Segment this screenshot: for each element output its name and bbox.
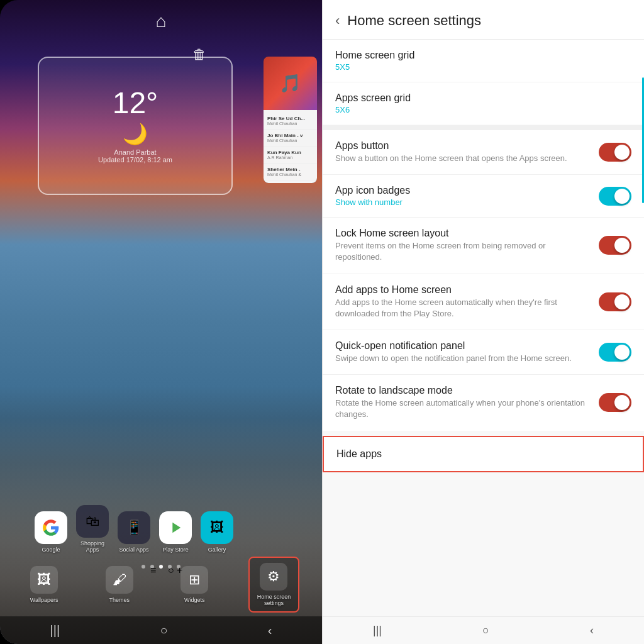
shortcut-label-themes: Themes <box>109 597 130 603</box>
toggle-settings-group: Apps button Show a button on the Home sc… <box>323 130 644 431</box>
quick-open-notification-desc: Swipe down to open the notification pane… <box>335 353 589 364</box>
quick-open-notification-title: Quick-open notification panel <box>335 340 589 352</box>
wallpapers-icon: 🖼 <box>30 566 58 594</box>
rotate-landscape-desc: Rotate the Home screen automatically whe… <box>335 397 589 420</box>
system-nav-right: ||| ○ ‹ <box>323 616 644 644</box>
app-icon-badges-title: App icon badges <box>335 185 589 196</box>
home-screen-grid-title: Home screen grid <box>335 50 621 61</box>
weather-widget: 🗑 12° 🌙 Anand Parbat Updated 17/02, 8:12… <box>38 57 233 195</box>
app-item-social[interactable]: 📱 Social Apps <box>118 511 150 553</box>
apps-screen-grid-text: Apps screen grid 5X6 <box>335 92 621 114</box>
system-nav-left: ||| ○ ‹ <box>0 616 322 644</box>
nav-home-btn[interactable]: ○ <box>160 623 167 638</box>
gallery-icon: 🖼 <box>201 511 233 544</box>
music-item: Jo Bhi Main - v Mohit Chauhan <box>264 130 317 147</box>
app-label-playstore: Play Store <box>162 547 189 553</box>
bottom-shortcuts: 🖼 Wallpapers 🖌 Themes ⊞ Widgets ⚙ Home s… <box>0 557 322 613</box>
app-label-social: Social Apps <box>119 547 148 553</box>
temperature: 12° <box>113 88 158 118</box>
shopping-icon: 🛍 <box>76 505 109 538</box>
home-screen-grid-value: 5X5 <box>335 62 621 72</box>
social-icon: 📱 <box>118 511 150 544</box>
apps-screen-grid-title: Apps screen grid <box>335 92 621 104</box>
moon-icon: 🌙 <box>123 122 148 146</box>
home-icon: ⌂ <box>156 11 167 31</box>
lock-home-screen-text: Lock Home screen layout Prevent items on… <box>335 228 589 263</box>
weather-location: Anand Parbat Updated 17/02, 8:12 am <box>98 148 172 164</box>
rotate-landscape-text: Rotate to landscape mode Rotate the Home… <box>335 385 589 420</box>
music-thumbnail: 🎵 <box>264 57 317 110</box>
app-label-google: Google <box>42 547 60 553</box>
grid-settings-group: Home screen grid 5X5 Apps screen grid 5X… <box>323 40 644 125</box>
google-icon <box>35 511 67 544</box>
lock-home-screen-item: Lock Home screen layout Prevent items on… <box>323 218 644 274</box>
nav-menu-btn[interactable]: ||| <box>50 623 60 638</box>
settings-header: ‹ Home screen settings <box>323 0 644 40</box>
app-item-google[interactable]: Google <box>35 511 67 553</box>
apps-screen-grid-value: 5X6 <box>335 105 621 114</box>
shortcut-label-widgets: Widgets <box>184 597 205 603</box>
app-icon-badges-value: Show with number <box>335 197 589 207</box>
hide-apps-title: Hide apps <box>336 448 630 460</box>
home-screen-grid-item[interactable]: Home screen grid 5X5 <box>323 40 644 82</box>
apps-button-toggle[interactable] <box>599 143 631 162</box>
right-nav-back[interactable]: ‹ <box>590 624 594 637</box>
music-item: Sheher Mein - Mohit Chauhan & <box>264 164 317 180</box>
apps-screen-grid-item[interactable]: Apps screen grid 5X6 <box>323 82 644 125</box>
app-label-shopping: ShoppingApps <box>80 540 104 553</box>
app-item-gallery[interactable]: 🖼 Gallery <box>201 511 233 553</box>
shortcut-themes[interactable]: 🖌 Themes <box>98 561 141 608</box>
add-apps-item: Add apps to Home screen Add apps to the … <box>323 274 644 330</box>
widgets-icon: ⊞ <box>180 566 208 594</box>
apps-button-title: Apps button <box>335 140 589 152</box>
rotate-landscape-title: Rotate to landscape mode <box>335 385 589 396</box>
home-screen-grid-text: Home screen grid 5X5 <box>335 50 621 72</box>
quick-open-notification-toggle[interactable] <box>599 343 631 362</box>
app-dock: Google 🛍 ShoppingApps 📱 Social Apps Play… <box>35 505 316 553</box>
app-label-gallery: Gallery <box>208 547 226 553</box>
settings-title: Home screen settings <box>347 13 481 29</box>
section-divider <box>323 125 644 130</box>
music-item: Kun Faya Kun A.R Rahman <box>264 147 317 164</box>
nav-back-btn[interactable]: ‹ <box>268 623 272 638</box>
shortcut-label-wallpapers: Wallpapers <box>30 597 58 603</box>
music-item: Phir Se Ud Ch... Mohit Chauhan <box>264 113 317 130</box>
shortcut-widgets[interactable]: ⊞ Widgets <box>173 561 216 608</box>
shortcut-label-home-settings: Home screensettings <box>257 594 291 606</box>
music-list: Phir Se Ud Ch... Mohit Chauhan Jo Bhi Ma… <box>264 110 317 183</box>
right-nav-home[interactable]: ○ <box>482 624 489 637</box>
apps-button-desc: Show a button on the Home screen that op… <box>335 153 589 164</box>
app-icon-badges-text: App icon badges Show with number <box>335 185 589 207</box>
app-item-playstore[interactable]: Play Store <box>159 511 192 553</box>
add-apps-toggle[interactable] <box>599 292 631 311</box>
hide-apps-item[interactable]: Hide apps <box>323 436 644 472</box>
add-apps-desc: Add apps to the Home screen automaticall… <box>335 297 589 319</box>
rotate-landscape-toggle[interactable] <box>599 393 631 412</box>
playstore-icon <box>159 511 192 544</box>
lock-home-screen-toggle[interactable] <box>599 236 631 255</box>
home-settings-icon: ⚙ <box>260 563 287 591</box>
settings-list: Home screen grid 5X5 Apps screen grid 5X… <box>323 40 644 616</box>
add-apps-text: Add apps to Home screen Add apps to the … <box>335 284 589 319</box>
lock-home-screen-title: Lock Home screen layout <box>335 228 589 239</box>
trash-icon: 🗑 <box>192 47 206 63</box>
app-icon-badges-item: App icon badges Show with number <box>323 175 644 218</box>
quick-open-notification-item: Quick-open notification panel Swipe down… <box>323 330 644 375</box>
shortcut-wallpapers[interactable]: 🖼 Wallpapers <box>23 561 66 608</box>
shortcut-home-settings[interactable]: ⚙ Home screensettings <box>248 557 300 613</box>
lock-home-screen-desc: Prevent items on the Home screen from be… <box>335 240 589 263</box>
apps-button-text: Apps button Show a button on the Home sc… <box>335 140 589 164</box>
right-nav-menu[interactable]: ||| <box>373 624 382 637</box>
settings-panel: ‹ Home screen settings Home screen grid … <box>322 0 644 644</box>
themes-icon: 🖌 <box>106 566 133 594</box>
app-icon-badges-toggle[interactable] <box>599 187 631 206</box>
add-apps-title: Add apps to Home screen <box>335 284 589 296</box>
apps-button-item: Apps button Show a button on the Home sc… <box>323 130 644 175</box>
app-item-shopping[interactable]: 🛍 ShoppingApps <box>76 505 109 553</box>
quick-open-notification-text: Quick-open notification panel Swipe down… <box>335 340 589 364</box>
back-button[interactable]: ‹ <box>335 13 340 29</box>
music-panel: 🎵 Phir Se Ud Ch... Mohit Chauhan Jo Bhi … <box>264 57 317 183</box>
rotate-landscape-item: Rotate to landscape mode Rotate the Home… <box>323 375 644 430</box>
phone-screen: ⌂ 🗑 12° 🌙 Anand Parbat Updated 17/02, 8:… <box>0 0 322 644</box>
